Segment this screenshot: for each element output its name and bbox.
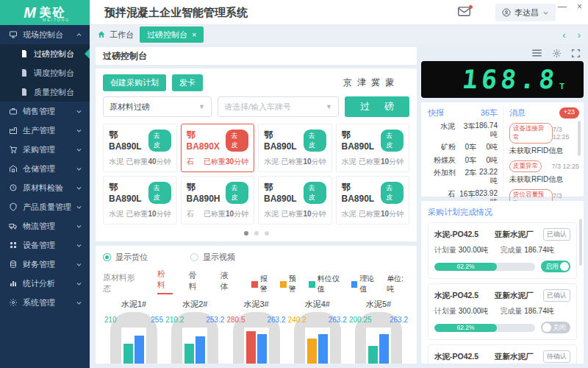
mail-icon[interactable] <box>458 7 470 16</box>
page-dot[interactable] <box>254 231 259 236</box>
cart-icon <box>9 145 18 154</box>
sidebar-item-finance[interactable]: 财务管理 <box>0 255 90 274</box>
tabs-next-button[interactable]: › <box>578 29 581 40</box>
chevron-down-icon <box>76 204 82 210</box>
tab-label: 过磅控制台 <box>147 29 187 40</box>
silo-cement-2: 水泥2# 210.2253.2 关 最大300吨 <box>165 299 224 364</box>
plan-toggle[interactable]: 启用 <box>541 261 570 272</box>
truck-card[interactable]: 鄂BA890H去皮 石已称重10分钟 <box>181 176 255 224</box>
pagination-dots[interactable] <box>103 231 409 236</box>
sidebar-item-warehouse[interactable]: 仓储管理 <box>0 159 90 178</box>
message-item[interactable]: 皮重异常7/3 12:25 未获取RFID信息 <box>509 160 579 185</box>
sidebar-item-label: 采购管理 <box>23 144 55 155</box>
plate-number-select[interactable]: 请选择/输入车牌号 ▼ <box>218 96 339 117</box>
weigh-panel: 创建采购计划 发卡 京津冀蒙 原材料过磅 ▼ 请选择/输入车牌号 ▼ 过 磅 鄂… <box>96 68 417 241</box>
tab-powder[interactable]: 粉料 <box>157 269 173 294</box>
sidebar-item-system[interactable]: 系统管理 <box>0 293 90 312</box>
silo-name: 水泥5# <box>349 299 408 310</box>
issue-card-button[interactable]: 发卡 <box>172 74 203 91</box>
quick-report-title: 快报 <box>428 107 444 118</box>
message-item[interactable]: 设备连接异常7/3 12:25 未获取RFID信息 <box>509 123 579 156</box>
tabs-prev-button[interactable]: ‹ <box>562 29 565 40</box>
sidebar-item-weigh-console[interactable]: 过磅控制台 <box>0 44 90 63</box>
truck-card[interactable]: 鄂BA890X去皮 石已称重30分钟 <box>181 124 255 172</box>
page-dot[interactable] <box>265 231 269 236</box>
user-menu[interactable]: 李达昌 <box>495 4 556 21</box>
tab-weigh-console[interactable]: 过磅控制台 × <box>140 26 204 43</box>
app-header: M 美砼 MEITONG 预拌混凝土企业智能管理系统 李达昌 — × <box>0 0 588 25</box>
user-name: 李达昌 <box>514 7 539 18</box>
theory-value: 263.2 <box>329 316 347 324</box>
tab-aggregate[interactable]: 骨料 <box>189 270 204 294</box>
gear-icon[interactable] <box>552 49 562 58</box>
silo-cement-5: 水泥5# 200.25263.2 关 最大300吨 <box>349 299 408 364</box>
truck-icon <box>9 222 18 230</box>
truck-card[interactable]: 鄂BA890L去皮 水泥已称重10分钟 <box>336 124 410 172</box>
truck-card[interactable]: 鄂BA890L去皮 水泥已称重10分钟 <box>258 124 332 172</box>
vertical-scrollbar[interactable] <box>579 219 582 266</box>
sensor-bar <box>307 339 317 364</box>
weigh-button[interactable]: 过 磅 <box>345 96 409 117</box>
tab-close-icon[interactable]: × <box>192 30 196 39</box>
truck-plate: 鄂BA890L <box>264 181 304 204</box>
truck-card[interactable]: 鄂BA890L去皮 水泥已称重10分钟 <box>103 176 177 224</box>
plan-card[interactable]: 水泥-PO42.5亚新水泥厂已确认 计划量 300.00吨完成量 186.74吨… <box>428 222 577 279</box>
weight-display: 168.8 T <box>421 61 584 98</box>
truck-card[interactable]: 鄂BA890L去皮 水泥已称重40分钟 <box>103 124 177 172</box>
page-dot[interactable] <box>244 231 248 236</box>
weigh-type-select[interactable]: 原材料过磅 ▼ <box>103 96 212 117</box>
silo-hopper: 240.2263.2 关 <box>294 312 341 364</box>
legend-label: 理论值 <box>359 274 380 294</box>
truck-time: 已称重10分钟 <box>359 157 404 167</box>
tab-workbench[interactable]: 工作台 <box>97 29 134 40</box>
silo-cement-4: 水泥4# 240.2263.2 关 最大300吨 <box>288 299 347 364</box>
plan-toggle[interactable]: 关闭 <box>541 322 570 333</box>
truck-time: 已称重10分钟 <box>204 209 248 219</box>
tab-liquid[interactable]: 液体 <box>220 270 236 294</box>
create-plan-button[interactable]: 创建采购计划 <box>103 74 166 91</box>
sidebar-item-logistics[interactable]: 物流管理 <box>0 216 90 236</box>
tare-badge: 去皮 <box>381 182 404 204</box>
weigh-type-value: 原材料过磅 <box>110 102 150 113</box>
plan-product: 水泥-PO42.5 <box>434 230 478 240</box>
sidebar-item-purchase[interactable]: 采购管理 <box>0 140 90 159</box>
theory-value: 263.2 <box>390 316 408 324</box>
tare-badge: 去皮 <box>226 130 248 152</box>
truck-card[interactable]: 鄂BA890L去皮 水泥已称重10分钟 <box>336 176 410 224</box>
document-icon <box>20 49 29 58</box>
plan-card[interactable]: 水泥-PO42.5亚新水泥厂已确认 计划量 300.00吨完成量 186.74吨… <box>428 283 577 340</box>
quick-report-total: 36车 <box>481 107 498 118</box>
sidebar-item-label: 销售管理 <box>23 106 55 117</box>
menu-icon[interactable] <box>531 49 542 57</box>
sidebar-item-product-quality[interactable]: 产品质量管理 <box>0 197 90 216</box>
sidebar-item-statistics[interactable]: 统计分析 <box>0 274 90 293</box>
sidebar-item-material-inspection[interactable]: 原材料检验 <box>0 178 90 197</box>
sensor-value: 210.2 <box>165 316 184 324</box>
truck-card[interactable]: 鄂BA890L去皮 水泥已称重10分钟 <box>258 176 332 224</box>
user-avatar-icon <box>502 8 511 17</box>
silo-cement-1: 水泥1# 210255 开 最大300吨 <box>104 299 163 364</box>
plans-title: 采购计划完成情况 <box>428 207 577 218</box>
minimize-button[interactable]: — <box>558 1 567 12</box>
sidebar-group-site-console[interactable]: 现场控制台 <box>0 25 90 44</box>
messages-title: 消息 <box>509 107 526 118</box>
coins-icon <box>9 260 18 269</box>
active-item-marker <box>85 49 90 59</box>
fullscreen-icon[interactable] <box>571 49 581 58</box>
message-tag: 设备连接异常 <box>509 123 553 144</box>
sidebar-item-sales[interactable]: 销售管理 <box>0 102 90 121</box>
sidebar-item-production[interactable]: 生产管理 <box>0 121 90 140</box>
sidebar-item-label: 设备管理 <box>23 240 55 251</box>
plate-placeholder: 请选择/输入车牌号 <box>224 102 291 113</box>
sidebar-item-equipment[interactable]: 设备管理 <box>0 236 90 255</box>
sidebar-item-dispatch-console[interactable]: 调度控制台 <box>0 63 90 82</box>
close-button[interactable]: × <box>577 1 582 12</box>
show-slots-radio[interactable] <box>103 253 111 261</box>
sidebar-item-quality-console[interactable]: 质量控制台 <box>0 82 90 102</box>
truck-plate: 鄂BA890X <box>187 129 226 152</box>
silo-panel: 显示货位 显示视频 原材料形态 粉料 骨料 液体 报警 预警 料位仪值 理论值 … <box>96 246 417 364</box>
vertical-scrollbar[interactable] <box>578 121 581 156</box>
silo-hopper: 200.25263.2 关 <box>355 312 402 364</box>
plan-card[interactable]: 水泥-PO42.5亚新水泥厂待确认 计划量 300.00吨完成量 186.74吨… <box>428 344 577 364</box>
show-video-radio[interactable] <box>190 253 198 261</box>
